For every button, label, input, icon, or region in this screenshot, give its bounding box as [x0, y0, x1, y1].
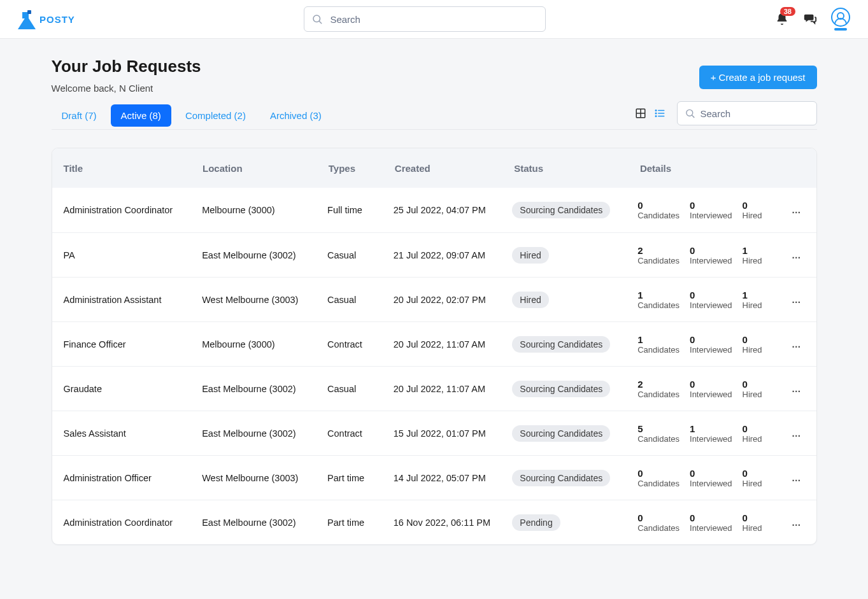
status-badge: Sourcing Candidates — [512, 202, 610, 218]
row-actions-button[interactable]: … — [779, 295, 805, 305]
table-search-input[interactable] — [677, 101, 817, 125]
cell-location: East Melbourne (3002) — [202, 428, 327, 439]
more-icon: … — [792, 205, 802, 215]
table-search — [677, 101, 817, 125]
cell-location: East Melbourne (3002) — [202, 250, 327, 260]
cell-status: Pending — [512, 514, 637, 531]
cell-location: East Melbourne (3002) — [202, 518, 327, 528]
status-badge: Sourcing Candidates — [512, 425, 610, 442]
interviewed-count: 0 — [690, 290, 732, 300]
candidates-label: Candidates — [637, 434, 679, 444]
cell-details: 2Candidates0Interviewed1Hired — [637, 245, 779, 265]
hired-label: Hired — [743, 523, 779, 533]
interviewed-label: Interviewed — [690, 345, 732, 355]
interviewed-count: 1 — [690, 423, 732, 434]
brand-logo[interactable]: POSTY — [18, 9, 75, 29]
cell-types: Contract — [327, 339, 394, 349]
cell-details: 2Candidates0Interviewed0Hired — [637, 379, 779, 399]
table-row[interactable]: Sales AssistantEast Melbourne (3002)Cont… — [52, 411, 816, 455]
tabs: Draft (7) Active (8) Completed (2) Archi… — [52, 104, 336, 127]
profile-menu-button[interactable] — [831, 8, 850, 31]
interviewed-label: Interviewed — [690, 211, 732, 220]
cell-details: 1Candidates0Interviewed0Hired — [637, 334, 779, 355]
cell-created: 21 Jul 2022, 09:07 AM — [394, 250, 513, 260]
interviewed-label: Interviewed — [690, 300, 732, 310]
interviewed-count: 0 — [690, 512, 732, 523]
cell-location: West Melbourne (3003) — [202, 473, 327, 483]
jobs-table: Title Location Types Created Status Deta… — [52, 148, 817, 545]
tab-draft[interactable]: Draft (7) — [52, 104, 107, 127]
col-types: Types — [329, 163, 395, 174]
tab-active[interactable]: Active (8) — [111, 104, 171, 127]
svg-point-7 — [655, 113, 657, 114]
view-list-button[interactable] — [654, 108, 665, 119]
hired-count: 1 — [743, 245, 779, 256]
cell-details: 5Candidates1Interviewed0Hired — [637, 423, 779, 444]
tab-completed[interactable]: Completed (2) — [175, 104, 256, 127]
cell-created: 15 Jul 2022, 01:07 PM — [394, 428, 513, 439]
cell-status: Sourcing Candidates — [512, 470, 637, 486]
table-header: Title Location Types Created Status Deta… — [52, 148, 816, 188]
tabs-row: Draft (7) Active (8) Completed (2) Archi… — [52, 101, 817, 130]
global-search — [304, 6, 546, 32]
cell-title: Administration Coordinator — [64, 205, 203, 215]
page-header: Your Job Requests Welcome back, N Client… — [52, 57, 817, 94]
cell-location: Melbourne (3000) — [202, 205, 327, 215]
status-badge: Sourcing Candidates — [512, 470, 610, 486]
notifications-button[interactable]: 38 — [775, 12, 789, 26]
table-row[interactable]: PAEast Melbourne (3002)Casual21 Jul 2022… — [52, 232, 816, 277]
status-badge: Hired — [512, 292, 548, 308]
status-badge: Hired — [512, 247, 548, 264]
create-job-request-button[interactable]: + Create a job request — [699, 66, 817, 89]
table-row[interactable]: Finance OfficerMelbourne (3000)Contract2… — [52, 321, 816, 366]
table-row[interactable]: Administration AssistantWest Melbourne (… — [52, 277, 816, 321]
cell-types: Casual — [327, 250, 394, 260]
row-actions-button[interactable]: … — [779, 250, 805, 260]
hired-label: Hired — [743, 300, 779, 310]
hired-label: Hired — [743, 390, 779, 399]
more-icon: … — [792, 250, 802, 260]
cell-location: East Melbourne (3002) — [202, 384, 327, 394]
candidates-count: 0 — [637, 468, 679, 479]
table-row[interactable]: Administration CoordinatorMelbourne (300… — [52, 188, 816, 232]
interviewed-label: Interviewed — [690, 390, 732, 399]
table-row[interactable]: GraudateEast Melbourne (3002)Casual20 Ju… — [52, 366, 816, 411]
candidates-label: Candidates — [637, 479, 679, 488]
candidates-count: 1 — [637, 334, 679, 345]
cell-status: Hired — [512, 292, 637, 308]
messages-button[interactable] — [803, 12, 817, 26]
cell-types: Casual — [327, 295, 394, 305]
row-actions-button[interactable]: … — [779, 518, 805, 528]
row-actions-button[interactable]: … — [779, 384, 805, 394]
cell-title: Administration Officer — [64, 473, 203, 483]
cell-title: Finance Officer — [64, 339, 203, 349]
table-row[interactable]: Administration OfficerWest Melbourne (30… — [52, 455, 816, 500]
cell-created: 20 Jul 2022, 02:07 PM — [394, 295, 513, 305]
grid-icon — [635, 108, 646, 119]
cell-location: West Melbourne (3003) — [202, 295, 327, 305]
interviewed-count: 0 — [690, 379, 732, 390]
candidates-label: Candidates — [637, 345, 679, 355]
cell-types: Part time — [327, 518, 394, 528]
cell-created: 16 Nov 2022, 06:11 PM — [394, 518, 513, 528]
cell-title: PA — [64, 250, 203, 260]
hired-label: Hired — [743, 211, 779, 220]
col-location: Location — [203, 163, 329, 174]
view-grid-button[interactable] — [635, 108, 646, 119]
row-actions-button[interactable]: … — [779, 473, 805, 483]
tab-archived[interactable]: Archived (3) — [260, 104, 332, 127]
hired-count: 0 — [743, 512, 779, 523]
global-search-input[interactable] — [304, 6, 546, 32]
row-actions-button[interactable]: … — [779, 339, 805, 349]
table-row[interactable]: Administration CoordinatorEast Melbourne… — [52, 500, 816, 544]
col-created: Created — [395, 163, 514, 174]
more-icon: … — [792, 295, 802, 305]
svg-point-9 — [655, 116, 657, 117]
col-details: Details — [640, 163, 779, 174]
hired-label: Hired — [743, 479, 779, 488]
cell-types: Contract — [327, 428, 394, 439]
row-actions-button[interactable]: … — [779, 428, 805, 439]
candidates-count: 0 — [637, 512, 679, 523]
notifications-badge: 38 — [780, 7, 795, 16]
row-actions-button[interactable]: … — [779, 205, 805, 215]
